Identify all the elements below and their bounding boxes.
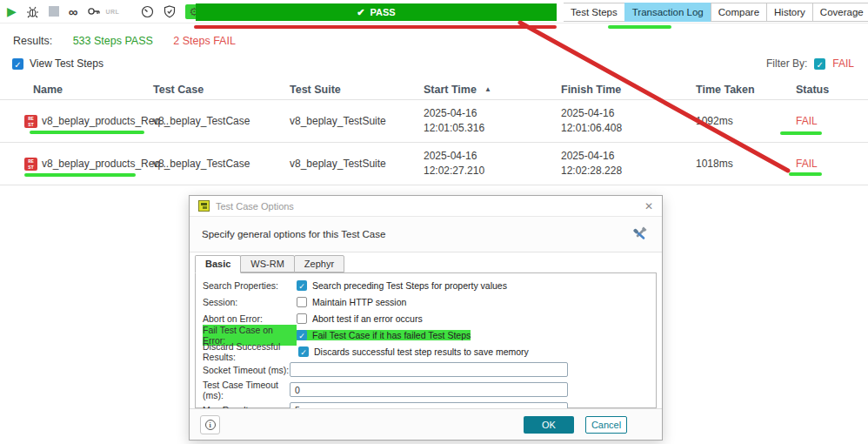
discard-results-checkbox[interactable] xyxy=(298,346,309,357)
performance-button[interactable] xyxy=(141,3,154,19)
pass-banner: ✔ PASS xyxy=(196,3,557,21)
step-name[interactable]: v8_beplay_products_Req... xyxy=(42,115,169,127)
dialog-subheader: Specify general options for this Test Ca… xyxy=(190,217,662,252)
rest-request-icon: REST xyxy=(24,158,37,171)
dialog-title: Test Case Options xyxy=(216,201,638,212)
tab-coverage[interactable]: Coverage xyxy=(812,3,868,22)
column-header-test-case[interactable]: Test Case xyxy=(153,84,290,96)
dialog-tab-ws-rm[interactable]: WS-RM xyxy=(240,255,295,272)
step-name[interactable]: v8_beplay_products_Req... xyxy=(42,158,169,170)
dialog-titlebar[interactable]: Test Case Options ✕ xyxy=(190,196,662,217)
close-icon[interactable]: ✕ xyxy=(644,200,653,212)
steps-pass-count: 533 Steps PASS xyxy=(73,35,153,47)
dialog-info-button[interactable]: i xyxy=(200,415,220,434)
column-header-time-taken[interactable]: Time Taken xyxy=(696,84,796,96)
play-icon: ▶ xyxy=(7,5,17,17)
table-row[interactable]: REST v8_beplay_products_Req... v8_beplay… xyxy=(0,143,868,185)
view-test-steps-option: View Test Steps xyxy=(12,57,103,70)
option-label: Search Properties: xyxy=(203,280,297,291)
dialog-content: Search Properties: Search preceding Test… xyxy=(195,272,657,408)
view-test-steps-label: View Test Steps xyxy=(30,57,103,70)
test-case-options-dialog: Test Case Options ✕ Specify general opti… xyxy=(189,195,663,441)
status-badge: FAIL xyxy=(796,115,868,127)
dialog-tab-basic[interactable]: Basic xyxy=(195,255,241,273)
start-time-cell: 2025-04-1612:02:27.210 xyxy=(424,149,561,178)
column-header-start-time[interactable]: Start Time▲ xyxy=(424,84,561,96)
debug-button[interactable] xyxy=(26,3,39,19)
option-text: Discards successful test step results to… xyxy=(314,346,529,357)
loop-button[interactable]: ∞ xyxy=(69,3,78,19)
column-header-test-suite[interactable]: Test Suite xyxy=(290,84,424,96)
tab-test-steps[interactable]: Test Steps xyxy=(564,3,625,22)
result-tabs: Test Steps Transaction Log Compare Histo… xyxy=(564,3,868,22)
time-taken-cell: 1092ms xyxy=(696,115,796,127)
results-summary: Results: 533 Steps PASS 2 Steps FAIL xyxy=(13,35,253,47)
dialog-subtitle: Specify general options for this Test Ca… xyxy=(202,229,629,239)
status-badge: FAIL xyxy=(796,158,868,170)
start-time-cell: 2025-04-1612:01:05.316 xyxy=(424,106,561,136)
rest-request-icon: REST xyxy=(24,115,37,128)
option-text: Abort test if an error occurs xyxy=(312,313,423,324)
shield-icon xyxy=(164,5,176,18)
filter-fail-checkbox[interactable] xyxy=(814,58,825,70)
field-label: Socket Timeout (ms): xyxy=(203,365,290,375)
table-row[interactable]: REST v8_beplay_products_Req... v8_beplay… xyxy=(0,100,868,143)
time-taken-cell: 1018ms xyxy=(696,158,796,170)
option-text: Maintain HTTP session xyxy=(312,297,406,307)
field-row-test-case-timeout: Test Case Timeout (ms): xyxy=(196,380,656,400)
test-suite-cell: v8_beplay_TestSuite xyxy=(290,158,424,170)
test-suite-cell: v8_beplay_TestSuite xyxy=(290,115,424,127)
column-header-finish-time[interactable]: Finish Time xyxy=(561,84,696,96)
option-row-search-properties: Search Properties: Search preceding Test… xyxy=(196,277,656,293)
dialog-tabs: Basic WS-RM Zephyr xyxy=(195,255,344,273)
column-header-name[interactable]: Name xyxy=(0,84,153,96)
sort-ascending-icon: ▲ xyxy=(484,85,491,93)
dialog-tab-zephyr[interactable]: Zephyr xyxy=(294,255,344,272)
abort-on-error-checkbox[interactable] xyxy=(297,313,307,324)
option-row-discard-results: Discard Successful Results: Discards suc… xyxy=(196,343,656,360)
column-header-status[interactable]: Status xyxy=(796,84,868,96)
tab-transaction-log[interactable]: Transaction Log xyxy=(624,3,711,22)
tab-history[interactable]: History xyxy=(766,3,813,22)
tools-icon xyxy=(629,224,650,245)
gauge-icon xyxy=(141,5,154,18)
filter-fail-label: FAIL xyxy=(832,57,854,70)
option-text: Search preceding Test Steps for property… xyxy=(312,280,507,291)
filter-by-label: Filter By: xyxy=(766,57,807,70)
test-case-cell: v8_beplay_TestCase xyxy=(153,115,290,127)
field-row-socket-timeout: Socket Timeout (ms): xyxy=(196,360,656,380)
table-header: Name Test Case Test Suite Start Time▲ Fi… xyxy=(0,80,868,100)
security-button[interactable] xyxy=(164,3,176,19)
dialog-footer: i OK Cancel xyxy=(190,408,662,440)
search-properties-checkbox[interactable] xyxy=(297,280,307,291)
option-row-session: Session: Maintain HTTP session xyxy=(196,293,656,310)
filter-by-option: Filter By: FAIL xyxy=(766,57,854,70)
auth-button[interactable] xyxy=(87,3,101,19)
loop-icon: ∞ xyxy=(69,4,78,19)
steps-fail-count: 2 Steps FAIL xyxy=(173,35,236,47)
maintain-session-checkbox[interactable] xyxy=(297,297,307,307)
stop-button[interactable] xyxy=(49,3,59,19)
option-label: Session: xyxy=(203,297,297,307)
option-label: Discard Successful Results: xyxy=(203,341,298,362)
tab-compare[interactable]: Compare xyxy=(711,3,767,22)
transaction-log-screen: ▶ ∞ URL ⚙ i ✔ PASS xyxy=(0,0,868,444)
finish-time-cell: 2025-04-1612:02:28.228 xyxy=(561,149,696,178)
soapui-app-icon xyxy=(198,200,210,212)
test-case-cell: v8_beplay_TestCase xyxy=(153,158,290,170)
run-button[interactable]: ▶ xyxy=(7,3,17,19)
key-icon xyxy=(87,5,101,17)
option-label: Abort on Error: xyxy=(203,313,297,324)
stop-icon xyxy=(49,6,59,17)
ok-button[interactable]: OK xyxy=(524,416,574,434)
view-test-steps-checkbox[interactable] xyxy=(12,58,23,70)
results-label: Results: xyxy=(13,35,52,47)
check-icon: ✔ xyxy=(357,7,364,18)
bug-icon xyxy=(26,5,39,18)
test-case-timeout-input[interactable] xyxy=(290,382,568,397)
socket-timeout-input[interactable] xyxy=(290,362,568,377)
info-icon: i xyxy=(205,420,216,430)
field-label: Test Case Timeout (ms): xyxy=(203,380,290,400)
fail-test-case-checkbox[interactable] xyxy=(297,330,307,340)
cancel-button[interactable]: Cancel xyxy=(585,416,627,434)
